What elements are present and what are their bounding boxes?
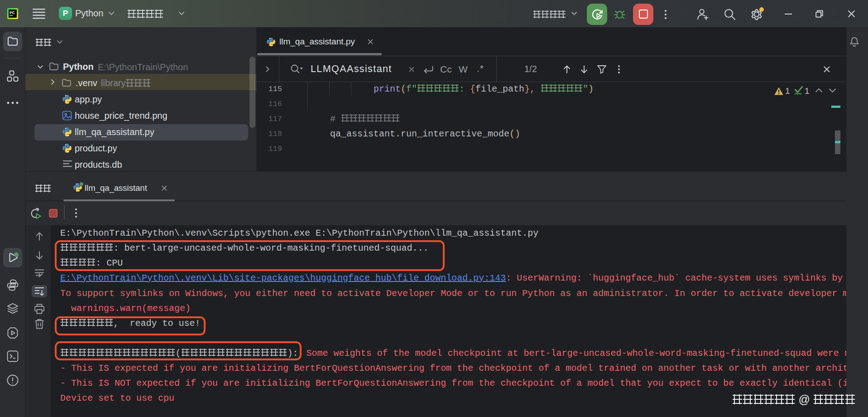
svg-text:PC: PC <box>10 10 15 15</box>
